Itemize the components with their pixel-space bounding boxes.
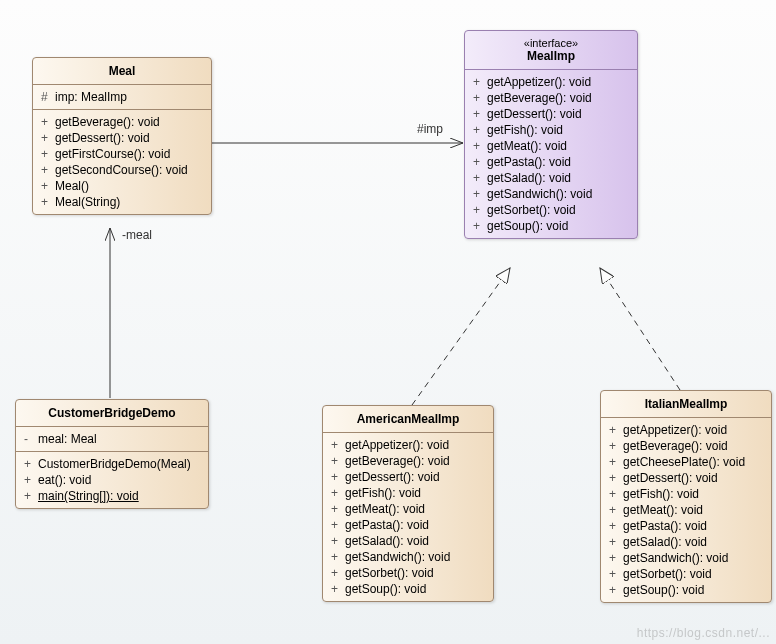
class-attributes: -meal: Meal	[16, 427, 208, 452]
interface-mealimp: «interface» MealImp +getAppetizer(): voi…	[464, 30, 638, 239]
class-operations: +getAppetizer(): void +getBeverage(): vo…	[323, 433, 493, 601]
class-americanmealimp: AmericanMealImp +getAppetizer(): void +g…	[322, 405, 494, 602]
attr-row: #imp: MealImp	[41, 89, 203, 105]
watermark-text: https://blog.csdn.net/...	[637, 626, 770, 640]
class-title: ItalianMealImp	[601, 391, 771, 418]
class-title: Meal	[33, 58, 211, 85]
class-title: AmericanMealImp	[323, 406, 493, 433]
class-attributes: #imp: MealImp	[33, 85, 211, 110]
svg-line-2	[600, 268, 680, 390]
class-italianmealimp: ItalianMealImp +getAppetizer(): void +ge…	[600, 390, 772, 603]
svg-line-1	[412, 268, 510, 405]
class-title: «interface» MealImp	[465, 31, 637, 70]
class-meal: Meal #imp: MealImp +getBeverage(): void …	[32, 57, 212, 215]
assoc-label-meal: -meal	[120, 228, 154, 242]
class-operations: +getAppetizer(): void +getBeverage(): vo…	[465, 70, 637, 238]
class-operations: +CustomerBridgeDemo(Meal) +eat(): void +…	[16, 452, 208, 508]
assoc-label-imp: #imp	[415, 122, 445, 136]
class-title: CustomerBridgeDemo	[16, 400, 208, 427]
class-operations: +getAppetizer(): void +getBeverage(): vo…	[601, 418, 771, 602]
class-customerbridgedemo: CustomerBridgeDemo -meal: Meal +Customer…	[15, 399, 209, 509]
class-operations: +getBeverage(): void +getDessert(): void…	[33, 110, 211, 214]
